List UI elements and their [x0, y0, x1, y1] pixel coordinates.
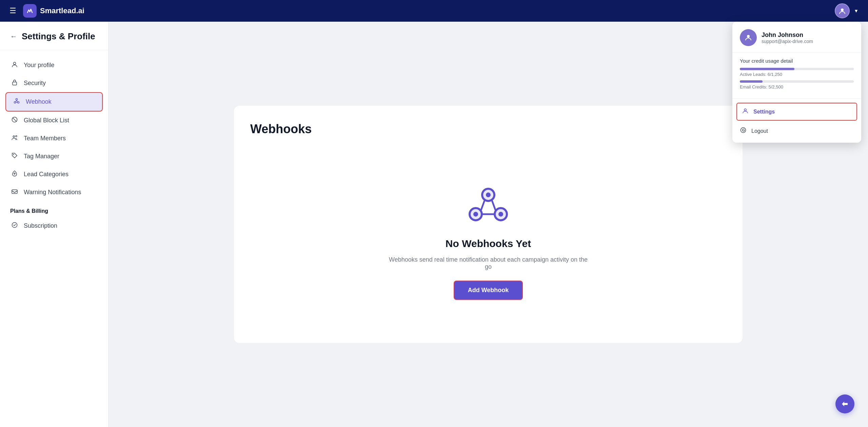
- active-leads-bar-bg: [740, 68, 854, 70]
- warning-notifications-icon: [10, 188, 19, 197]
- svg-point-23: [747, 35, 750, 38]
- svg-point-24: [744, 109, 746, 111]
- sidebar-item-your-profile[interactable]: Your profile: [0, 56, 108, 74]
- svg-rect-12: [12, 190, 17, 194]
- fab-button[interactable]: [835, 394, 854, 413]
- page-header: ← Settings & Profile: [0, 22, 108, 50]
- sidebar-item-label-warning-notifications: Warning Notifications: [24, 189, 81, 196]
- svg-point-2: [14, 62, 16, 65]
- svg-point-1: [841, 8, 844, 11]
- logo-wrap: Smartlead.ai: [23, 4, 84, 18]
- dropdown-credits: Your credit usage detail Active Leads: 6…: [732, 53, 861, 99]
- settings-dropdown-icon: [742, 107, 749, 116]
- dropdown-items: Settings G Logout: [732, 99, 861, 143]
- svg-point-11: [13, 154, 14, 155]
- add-webhook-button[interactable]: Add Webhook: [454, 281, 523, 300]
- team-members-icon: [10, 134, 19, 143]
- webhooks-title: Webhooks: [250, 122, 726, 136]
- logout-dropdown-icon: G: [740, 127, 747, 135]
- dropdown-user-avatar: [740, 29, 757, 46]
- svg-point-20: [473, 212, 478, 217]
- sidebar-item-lead-categories[interactable]: Lead Categories: [0, 165, 108, 183]
- page-title: Settings & Profile: [22, 31, 95, 42]
- sidebar-item-subscription[interactable]: Subscription: [0, 217, 108, 235]
- user-avatar-button[interactable]: [835, 3, 850, 18]
- sidebar-item-label-tag-manager: Tag Manager: [24, 153, 59, 160]
- svg-point-9: [13, 136, 15, 138]
- active-leads-label: Active Leads: 6/1,250: [740, 72, 854, 77]
- email-credits-row: Email Credits: 5/2,500: [740, 80, 854, 89]
- sidebar: ← Settings & Profile Your profile Securi…: [0, 22, 108, 427]
- sidebar-item-label-subscription: Subscription: [24, 222, 57, 229]
- sidebar-item-label-lead-categories: Lead Categories: [24, 171, 68, 178]
- sidebar-item-tag-manager[interactable]: Tag Manager: [0, 147, 108, 165]
- email-credits-bar-fill: [740, 80, 763, 83]
- svg-rect-3: [13, 82, 17, 85]
- sidebar-item-label-your-profile: Your profile: [24, 62, 54, 69]
- svg-point-4: [14, 102, 16, 103]
- dropdown-header: John Johnson support@apix-drive.com: [732, 22, 861, 53]
- sidebar-item-label-team-members: Team Members: [24, 135, 66, 142]
- sidebar-item-label-webhook: Webhook: [26, 98, 52, 105]
- webhook-icon: [12, 98, 21, 106]
- active-leads-bar-fill: [740, 68, 794, 70]
- your-profile-icon: [10, 61, 19, 69]
- sidebar-item-global-block-list[interactable]: Global Block List: [0, 111, 108, 129]
- sidebar-item-webhook[interactable]: Webhook: [5, 92, 103, 111]
- dropdown-user-email: support@apix-drive.com: [762, 39, 813, 44]
- svg-text:G: G: [742, 128, 745, 132]
- sidebar-item-security[interactable]: Security: [0, 74, 108, 92]
- dropdown-logout-label: Logout: [751, 128, 768, 134]
- user-dropdown-menu: John Johnson support@apix-drive.com Your…: [732, 22, 861, 143]
- dropdown-user-info: John Johnson support@apix-drive.com: [762, 32, 813, 44]
- email-credits-bar-bg: [740, 80, 854, 83]
- sidebar-item-warning-notifications[interactable]: Warning Notifications: [0, 183, 108, 201]
- svg-point-10: [16, 136, 17, 137]
- topnav: ☰ Smartlead.ai ▼: [0, 0, 868, 22]
- webhook-illustration: [465, 184, 512, 228]
- active-leads-row: Active Leads: 6/1,250: [740, 68, 854, 77]
- hamburger-icon[interactable]: ☰: [9, 6, 16, 15]
- dropdown-user-name: John Johnson: [762, 32, 813, 39]
- dropdown-logout-item[interactable]: G Logout: [732, 122, 861, 140]
- svg-line-8: [13, 118, 17, 122]
- credits-title: Your credit usage detail: [740, 58, 854, 64]
- svg-point-21: [498, 212, 503, 217]
- lead-categories-icon: [10, 170, 19, 179]
- subscription-icon: [10, 222, 19, 230]
- tag-manager-icon: [10, 152, 19, 161]
- webhooks-empty: No Webhooks Yet Webhooks send real time …: [250, 157, 726, 327]
- dropdown-arrow-icon[interactable]: ▼: [854, 8, 859, 14]
- back-button[interactable]: ←: [10, 33, 17, 40]
- dropdown-settings-item[interactable]: Settings: [736, 103, 857, 121]
- no-webhooks-title: No Webhooks Yet: [446, 238, 531, 249]
- svg-line-18: [492, 200, 496, 211]
- topnav-left: ☰ Smartlead.ai: [9, 4, 84, 18]
- svg-point-22: [486, 192, 491, 197]
- no-webhooks-desc: Webhooks send real time notification abo…: [387, 256, 590, 270]
- sidebar-nav: Your profile Security Webhook Global Blo…: [0, 50, 108, 241]
- dropdown-settings-label: Settings: [753, 109, 775, 115]
- svg-line-17: [481, 200, 485, 211]
- logo-icon: [23, 4, 37, 18]
- plans-billing-section: Plans & Billing: [0, 201, 108, 217]
- logo-text: Smartlead.ai: [40, 6, 84, 15]
- global-block-list-icon: [10, 116, 19, 125]
- sidebar-item-team-members[interactable]: Team Members: [0, 129, 108, 147]
- svg-point-6: [16, 99, 18, 100]
- sidebar-item-label-global-block-list: Global Block List: [24, 117, 69, 124]
- topnav-right: ▼: [835, 3, 859, 18]
- security-icon: [10, 79, 19, 87]
- webhooks-card: Webhooks: [234, 106, 743, 343]
- svg-point-5: [18, 102, 19, 103]
- email-credits-label: Email Credits: 5/2,500: [740, 84, 854, 89]
- sidebar-item-label-security: Security: [24, 80, 46, 87]
